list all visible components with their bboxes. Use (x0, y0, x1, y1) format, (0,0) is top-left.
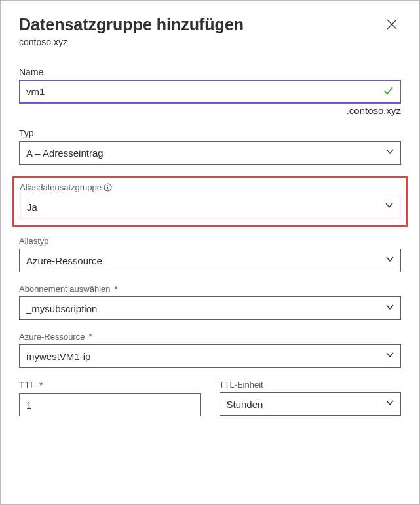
alias-group-select[interactable]: Ja (20, 195, 400, 218)
alias-group-label-row: Aliasdatensatzgruppe (20, 182, 400, 192)
close-button[interactable] (383, 15, 401, 35)
svg-point-4 (107, 185, 108, 186)
alias-group-label: Aliasdatensatzgruppe (20, 182, 102, 192)
alias-type-select[interactable]: Azure-Ressource (19, 249, 401, 272)
required-indicator: * (39, 380, 43, 390)
field-ttl-unit: TTL-Einheit Stunden (220, 380, 402, 416)
name-suffix: .contoso.xyz (19, 105, 401, 116)
field-subscription: Abonnement auswählen * _mysubscription (19, 284, 401, 320)
name-label: Name (19, 67, 401, 77)
panel-title: Datensatzgruppe hinzufügen (19, 15, 244, 34)
alias-group-value: Ja (27, 201, 37, 212)
alias-highlight: Aliasdatensatzgruppe Ja (12, 176, 408, 227)
panel-header: Datensatzgruppe hinzufügen (19, 15, 401, 35)
add-recordset-panel: Datensatzgruppe hinzufügen contoso.xyz N… (0, 0, 420, 505)
required-indicator: * (115, 284, 118, 294)
subscription-value: _mysubscription (26, 303, 97, 314)
alias-type-value: Azure-Ressource (26, 255, 102, 266)
ttl-unit-label: TTL-Einheit (220, 380, 402, 390)
type-label: Typ (19, 128, 401, 138)
field-resource: Azure-Ressource * mywestVM1-ip (19, 332, 401, 368)
ttl-input[interactable] (19, 393, 201, 416)
resource-label-row: Azure-Ressource * (19, 332, 401, 342)
field-alias-group: Aliasdatensatzgruppe Ja (20, 182, 400, 218)
resource-value: mywestVM1-ip (26, 351, 90, 362)
alias-type-label: Aliastyp (19, 236, 401, 246)
ttl-unit-select[interactable]: Stunden (220, 392, 402, 416)
form: Name .contoso.xyz Typ A – Adresseintrag (19, 67, 401, 416)
field-type: Typ A – Adresseintrag (19, 128, 401, 165)
subscription-select[interactable]: _mysubscription (19, 296, 401, 320)
field-name: Name .contoso.xyz (19, 67, 401, 116)
ttl-label-row: TTL * (19, 380, 201, 390)
ttl-label: TTL (19, 380, 35, 390)
subscription-label-row: Abonnement auswählen * (19, 284, 401, 294)
subscription-label: Abonnement auswählen (19, 284, 111, 294)
ttl-row: TTL * TTL-Einheit Stunden (19, 380, 401, 416)
resource-select[interactable]: mywestVM1-ip (19, 344, 401, 368)
field-alias-type: Aliastyp Azure-Ressource (19, 236, 401, 272)
ttl-unit-value: Stunden (227, 399, 263, 410)
required-indicator: * (88, 332, 92, 342)
close-icon (385, 23, 398, 33)
info-icon[interactable] (104, 183, 112, 192)
name-input[interactable] (19, 80, 401, 104)
resource-label: Azure-Ressource (19, 332, 85, 342)
type-value: A – Adresseintrag (26, 148, 104, 159)
type-select[interactable]: A – Adresseintrag (19, 141, 401, 165)
field-ttl: TTL * (19, 380, 201, 416)
panel-subtitle: contoso.xyz (19, 37, 401, 47)
